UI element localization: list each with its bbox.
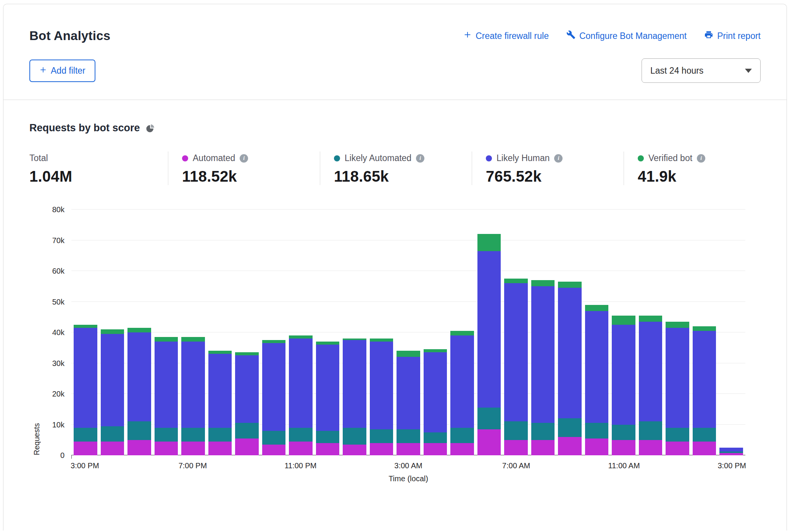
segment-verified-bot — [639, 316, 663, 322]
segment-automated — [424, 443, 447, 455]
segment-automated — [504, 440, 528, 455]
automated-label: Automated — [193, 153, 235, 163]
segment-likely-automated — [585, 423, 609, 438]
bar-hour-24[interactable] — [719, 210, 743, 455]
segment-likely-human — [155, 342, 178, 427]
stat-verified-bot: Verified bot i 41.9k — [624, 152, 761, 185]
create-firewall-rule-link[interactable]: Create firewall rule — [463, 31, 549, 41]
stat-total: Total 1.04M — [29, 152, 168, 185]
bar-hour-13[interactable] — [424, 210, 447, 455]
segment-verified-bot — [612, 316, 635, 325]
segment-verified-bot — [74, 325, 97, 328]
total-label: Total — [29, 153, 48, 163]
segment-likely-human — [558, 288, 582, 418]
y-tick-label: 80k — [52, 205, 64, 214]
segment-likely-automated — [316, 431, 340, 443]
segment-likely-human — [477, 251, 501, 408]
segment-likely-automated — [181, 428, 205, 442]
bar-hour-9[interactable] — [316, 210, 340, 455]
bar-hour-6[interactable] — [235, 210, 259, 455]
bar-hour-11[interactable] — [370, 210, 393, 455]
segment-automated — [397, 443, 420, 455]
verified-bot-value: 41.9k — [638, 168, 761, 185]
bar-hour-20[interactable] — [612, 210, 635, 455]
segment-automated — [666, 442, 689, 455]
legend-dot — [638, 155, 644, 161]
bar-hour-3[interactable] — [155, 210, 178, 455]
bar-hour-19[interactable] — [585, 210, 609, 455]
segment-likely-automated — [370, 429, 393, 443]
bar-hour-7[interactable] — [262, 210, 286, 455]
segment-verified-bot — [424, 349, 447, 352]
bar-hour-22[interactable] — [666, 210, 689, 455]
segment-automated — [262, 445, 286, 455]
bar-hour-14[interactable] — [450, 210, 474, 455]
segment-verified-bot — [531, 280, 555, 286]
segment-automated — [289, 442, 313, 455]
stat-automated: Automated i 118.52k — [168, 152, 320, 185]
segment-likely-automated — [639, 421, 663, 440]
segment-likely-automated — [127, 421, 151, 440]
x-tick-label: 11:00 AM — [608, 461, 640, 470]
segment-likely-human — [450, 335, 474, 428]
segment-likely-human — [666, 328, 689, 428]
bar-hour-2[interactable] — [127, 210, 151, 455]
segment-verified-bot — [235, 352, 259, 355]
section-title: Requests by bot score — [29, 122, 140, 134]
y-axis-labels: 010k20k30k40k50k60k70k80k — [29, 210, 71, 455]
likely-automated-value: 118.65k — [334, 168, 472, 185]
segment-verified-bot — [585, 305, 609, 311]
segment-likely-automated — [74, 428, 97, 442]
segment-automated — [558, 437, 582, 455]
bar-hour-23[interactable] — [693, 210, 716, 455]
x-tick-label: 7:00 AM — [502, 461, 530, 470]
print-report-link[interactable]: Print report — [704, 30, 761, 42]
segment-likely-automated — [424, 432, 447, 443]
bar-hour-10[interactable] — [343, 210, 366, 455]
time-range-select[interactable]: Last 24 hours — [642, 58, 761, 83]
automated-value: 118.52k — [182, 168, 320, 185]
add-filter-button[interactable]: Add filter — [29, 60, 95, 82]
segment-likely-automated — [397, 429, 420, 443]
segment-automated — [612, 440, 635, 455]
segment-likely-automated — [343, 428, 366, 445]
segment-automated — [693, 442, 716, 455]
configure-bot-management-link[interactable]: Configure Bot Management — [566, 30, 687, 42]
add-filter-label: Add filter — [51, 66, 85, 76]
segment-likely-human — [101, 334, 124, 426]
segment-automated — [370, 443, 393, 455]
printer-icon — [704, 30, 713, 42]
y-tick-label: 20k — [52, 390, 64, 398]
bar-hour-17[interactable] — [531, 210, 555, 455]
bar-hour-18[interactable] — [558, 210, 582, 455]
segment-verified-bot — [450, 331, 474, 335]
bar-hour-8[interactable] — [289, 210, 313, 455]
bar-hour-5[interactable] — [208, 210, 232, 455]
info-icon[interactable]: i — [416, 154, 424, 163]
bar-hour-16[interactable] — [504, 210, 528, 455]
segment-verified-bot — [316, 342, 340, 345]
bar-hour-21[interactable] — [639, 210, 663, 455]
bar-hour-0[interactable] — [74, 210, 97, 455]
bar-hour-4[interactable] — [181, 210, 205, 455]
bar-hour-12[interactable] — [397, 210, 420, 455]
segment-automated — [316, 443, 340, 455]
segment-likely-human — [74, 328, 97, 428]
segment-likely-human — [397, 357, 420, 429]
info-icon[interactable]: i — [554, 154, 563, 163]
segment-verified-bot — [262, 340, 286, 343]
legend-dot — [182, 155, 188, 161]
x-tick-label: 3:00 PM — [71, 461, 99, 470]
bar-hour-15[interactable] — [477, 210, 501, 455]
info-icon[interactable]: i — [697, 154, 705, 163]
segment-verified-bot — [693, 326, 716, 331]
x-axis-title: Time (local) — [71, 474, 745, 483]
y-tick-label: 40k — [52, 328, 64, 337]
segment-verified-bot — [289, 335, 313, 339]
segment-likely-human — [181, 342, 205, 427]
segment-likely-automated — [477, 408, 501, 429]
info-icon[interactable]: i — [240, 154, 248, 163]
y-tick-label: 0 — [60, 451, 64, 460]
segment-automated — [127, 440, 151, 455]
bar-hour-1[interactable] — [101, 210, 124, 455]
